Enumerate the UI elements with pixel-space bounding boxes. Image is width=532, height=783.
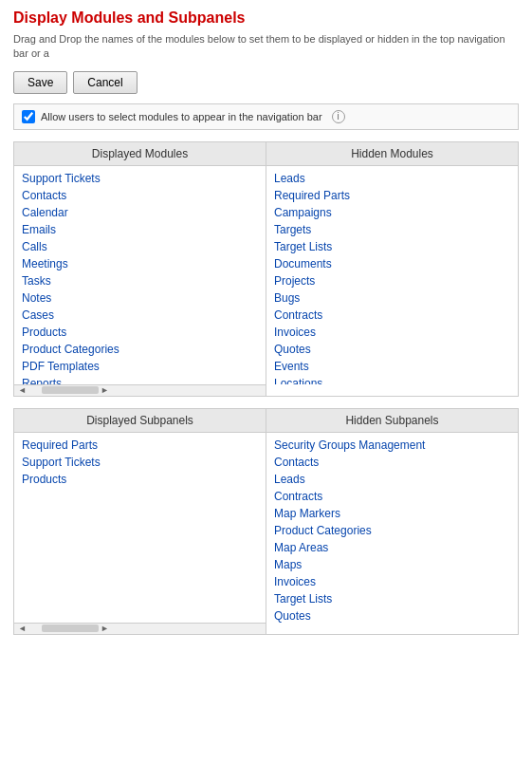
subpanel-hscroll-right[interactable]: ► [99,624,111,633]
list-item[interactable]: Leads [266,471,518,488]
save-button[interactable]: Save [13,71,67,94]
list-item[interactable]: Emails [14,221,266,238]
list-item[interactable]: Target Lists [266,238,518,255]
hscroll-thumb [42,386,99,394]
list-item[interactable]: Notes [14,289,266,307]
subpanels-panel-row: Displayed Subpanels Required PartsSuppor… [14,409,518,634]
list-item[interactable]: Support Tickets [14,170,266,187]
hidden-modules-list[interactable]: LeadsRequired PartsCampaignsTargetsTarge… [266,166,518,384]
list-item[interactable]: Reports [14,375,266,384]
hidden-subpanels-box: Hidden Subpanels Security Groups Managem… [266,409,518,634]
list-item[interactable]: Products [14,471,266,488]
list-item[interactable]: Map Markers [266,505,518,522]
list-item[interactable]: Quotes [266,341,518,358]
info-icon[interactable]: i [332,110,345,123]
list-item[interactable]: Contacts [14,187,266,204]
list-item[interactable]: Target Lists [266,590,518,607]
subpanel-hscroll-thumb [42,625,99,632]
list-item[interactable]: Documents [266,255,518,272]
displayed-modules-hscroll[interactable]: ◄ ► [14,384,266,396]
list-item[interactable]: Required Parts [266,187,518,204]
list-item[interactable]: Product Categories [266,522,518,539]
hidden-modules-box: Hidden Modules LeadsRequired PartsCampai… [266,142,518,396]
list-item[interactable]: Tasks [14,272,266,289]
modules-panel-row: Displayed Modules Support TicketsContact… [14,142,518,396]
list-item[interactable]: Security Groups Management [266,437,518,454]
hidden-subpanels-list[interactable]: Security Groups ManagementContactsLeadsC… [266,433,518,623]
list-item[interactable]: Bugs [266,289,518,307]
list-item[interactable]: Leads [266,170,518,187]
list-item[interactable]: Support Tickets [14,454,266,471]
list-item[interactable]: Invoices [266,324,518,341]
list-item[interactable]: Contacts [266,454,518,471]
toolbar: Save Cancel [13,71,519,94]
displayed-modules-header: Displayed Modules [14,142,266,166]
list-item[interactable]: Meetings [14,255,266,272]
list-item[interactable]: Contracts [266,307,518,324]
hscroll-right-arrow[interactable]: ► [99,385,111,395]
hscroll-left-arrow[interactable]: ◄ [16,385,28,395]
page-title: Display Modules and Subpanels [13,9,519,27]
list-item[interactable]: Maps [266,556,518,573]
list-item[interactable]: Locations [266,375,518,384]
cancel-button[interactable]: Cancel [73,71,137,94]
subpanels-panel: Displayed Subpanels Required PartsSuppor… [13,408,519,635]
displayed-modules-box: Displayed Modules Support TicketsContact… [14,142,266,396]
list-item[interactable]: Map Areas [266,539,518,556]
list-item[interactable]: Cases [14,307,266,324]
list-item[interactable]: Projects [266,272,518,289]
page-description: Drag and Drop the names of the modules b… [13,32,519,62]
modules-panel: Displayed Modules Support TicketsContact… [13,141,519,397]
list-item[interactable]: Product Categories [14,341,266,358]
list-item[interactable]: Contracts [266,488,518,505]
list-item[interactable]: Targets [266,221,518,238]
allow-users-checkbox[interactable] [22,110,35,123]
list-item[interactable]: Invoices [266,573,518,590]
displayed-subpanels-hscroll[interactable]: ◄ ► [14,623,266,634]
list-item[interactable]: Products [14,324,266,341]
displayed-subpanels-list[interactable]: Required PartsSupport TicketsProducts [14,433,266,623]
list-item[interactable]: Calendar [14,204,266,221]
displayed-subpanels-box: Displayed Subpanels Required PartsSuppor… [14,409,266,634]
list-item[interactable]: Quotes [266,607,518,623]
displayed-subpanels-header: Displayed Subpanels [14,409,266,433]
list-item[interactable]: Campaigns [266,204,518,221]
subpanel-hscroll-left[interactable]: ◄ [16,624,28,633]
displayed-modules-list[interactable]: Support TicketsContactsCalendarEmailsCal… [14,166,266,384]
hidden-modules-header: Hidden Modules [266,142,518,166]
list-item[interactable]: Calls [14,238,266,255]
hidden-subpanels-header: Hidden Subpanels [266,409,518,433]
checkbox-label: Allow users to select modules to appear … [41,111,322,122]
nav-checkbox-row: Allow users to select modules to appear … [13,103,519,130]
list-item[interactable]: PDF Templates [14,358,266,375]
list-item[interactable]: Required Parts [14,437,266,454]
list-item[interactable]: Events [266,358,518,375]
